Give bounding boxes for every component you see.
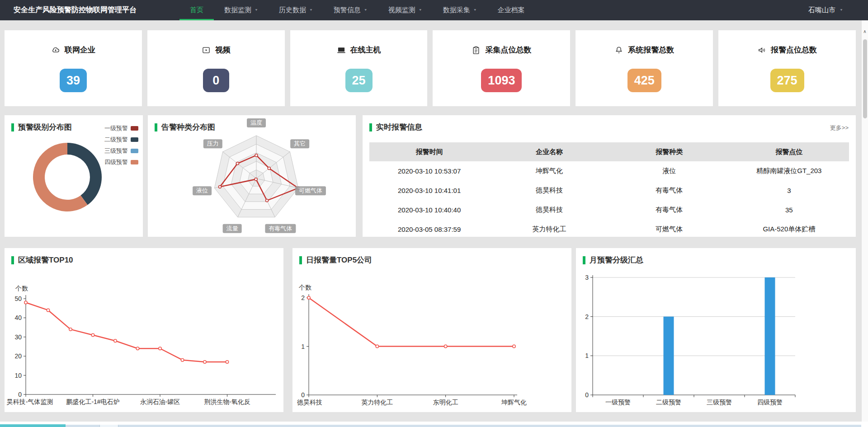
svg-text:液位: 液位 bbox=[196, 187, 208, 194]
panel-title: 告警种类分布图 bbox=[161, 122, 215, 132]
stat-value-badge: 425 bbox=[627, 69, 661, 92]
cloud-network-icon bbox=[51, 46, 60, 55]
title-accent-bar bbox=[11, 123, 14, 131]
stat-label: 报警点位总数 bbox=[771, 45, 817, 55]
table-cell: GIA-520单体贮槽 bbox=[729, 220, 849, 239]
nav-data-collection-label: 数据采集 bbox=[443, 6, 470, 14]
nav-history-data[interactable]: 历史数据 ▼ bbox=[269, 0, 323, 20]
nav-home[interactable]: 首页 bbox=[179, 0, 214, 20]
region-selector[interactable]: 石嘴山市 ▼ bbox=[808, 0, 843, 20]
radar-axis-label: 有毒气体 bbox=[265, 224, 296, 233]
panel-title: 月预警分级汇总 bbox=[590, 255, 643, 265]
speaker-icon bbox=[757, 46, 766, 55]
svg-text:永润石油-罐区: 永润石油-罐区 bbox=[140, 398, 180, 405]
horizontal-scrollbar-track[interactable] bbox=[0, 425, 861, 427]
legend-swatch bbox=[131, 160, 138, 164]
region-label: 石嘴山市 bbox=[808, 6, 835, 14]
realtime-alarm-table: 报警时间 企业名称 报警种类 报警点位 2020-03-10 10:53:07坤… bbox=[369, 142, 849, 239]
table-cell: 2020-03-10 10:53:07 bbox=[369, 161, 489, 181]
col-enterprise-name: 企业名称 bbox=[489, 142, 609, 161]
daily-top5-line-chart[interactable]: 个数012德昊科技英力特化工东明化工坤辉气化 bbox=[292, 262, 571, 412]
vertical-scrollbar-thumb[interactable] bbox=[863, 39, 867, 118]
svg-text:三级预警: 三级预警 bbox=[707, 399, 732, 406]
svg-text:1: 1 bbox=[301, 343, 305, 350]
vertical-scrollbar[interactable]: ∧ bbox=[861, 20, 868, 427]
stat-value-badge: 25 bbox=[345, 69, 373, 92]
table-row[interactable]: 2020-03-10 10:40:40德昊科技有毒气体35 bbox=[369, 200, 849, 220]
svg-text:50: 50 bbox=[14, 295, 22, 302]
nav-data-collection[interactable]: 数据采集 ▼ bbox=[433, 0, 487, 20]
nav-warning-info[interactable]: 预警信息 ▼ bbox=[323, 0, 378, 20]
title-accent-bar bbox=[583, 256, 585, 264]
legend-label: 二级预警 bbox=[104, 136, 128, 144]
main-menu: 首页 数据监测 ▼ 历史数据 ▼ 预警信息 ▼ 视频监测 ▼ 数据采集 ▼ bbox=[179, 0, 535, 20]
radar-axis-label: 其它 bbox=[290, 139, 309, 148]
legend-label: 三级预警 bbox=[104, 147, 128, 155]
svg-text:10: 10 bbox=[14, 372, 22, 379]
panel-realtime-alarms: 实时报警信息 更多>> 报警时间 企业名称 报警种类 报警点位 2020-03-… bbox=[363, 115, 856, 237]
stat-label: 系统报警总数 bbox=[628, 45, 674, 55]
stat-card-alarm-points: 报警点位总数 275 bbox=[718, 30, 856, 106]
monthly-level-bar-chart[interactable]: 0123一级预警二级预警三级预警四级预警 bbox=[576, 262, 856, 412]
svg-text:40: 40 bbox=[14, 314, 22, 321]
stat-card-connected-enterprises: 联网企业 39 bbox=[5, 30, 142, 106]
scroll-up-arrow-icon[interactable]: ∧ bbox=[862, 29, 868, 34]
radar-axis-label: 压力 bbox=[203, 139, 222, 148]
svg-text:2: 2 bbox=[585, 313, 589, 320]
more-link[interactable]: 更多>> bbox=[830, 124, 849, 132]
svg-text:坤辉气化: 坤辉气化 bbox=[501, 399, 527, 406]
svg-text:2: 2 bbox=[301, 294, 305, 301]
table-cell: 坤辉气化 bbox=[489, 161, 609, 181]
legend-item[interactable]: 一级预警 bbox=[104, 122, 138, 134]
stat-card-collection-points: 采集点位总数 1093 bbox=[433, 30, 570, 106]
chevron-down-icon: ▼ bbox=[309, 9, 313, 12]
legend-item[interactable]: 四级预警 bbox=[104, 156, 138, 168]
panel-region-top10: 区域报警TOP10 个数01020304050昊科技-气体监测鹏盛化工-1#电石… bbox=[5, 248, 283, 412]
pie-legend: 一级预警二级预警三级预警四级预警 bbox=[104, 122, 138, 168]
nav-warning-info-label: 预警信息 bbox=[334, 6, 361, 14]
title-accent-bar bbox=[11, 256, 14, 264]
stat-card-online-hosts: 在线主机 25 bbox=[290, 30, 428, 106]
panel-title: 实时报警信息 bbox=[376, 122, 422, 132]
panel-title: 日报警量TOP5公司 bbox=[306, 255, 372, 265]
svg-text:一级预警: 一级预警 bbox=[605, 399, 631, 406]
legend-label: 一级预警 bbox=[104, 124, 128, 132]
table-cell: 液位 bbox=[609, 161, 729, 181]
svg-text:个数: 个数 bbox=[298, 284, 311, 291]
nav-enterprise-archive[interactable]: 企业档案 bbox=[487, 0, 535, 20]
title-accent-bar bbox=[369, 123, 372, 131]
table-row[interactable]: 2020-03-10 10:53:07坤辉气化液位精醇南罐液位GT_203 bbox=[369, 161, 849, 181]
horizontal-scrollbar-thumb[interactable] bbox=[0, 424, 66, 427]
table-row[interactable]: 2020-03-05 08:37:59英力特化工可燃气体GIA-520单体贮槽 bbox=[369, 220, 849, 239]
svg-text:东明化工: 东明化工 bbox=[433, 399, 458, 406]
radar-axis-label: 可燃气体 bbox=[295, 186, 326, 195]
chevron-down-icon: ▼ bbox=[840, 9, 843, 12]
table-cell: 德昊科技 bbox=[489, 200, 609, 220]
stat-card-system-alarms: 系统报警总数 425 bbox=[576, 30, 713, 106]
region-top10-line-chart[interactable]: 个数01020304050昊科技-气体监测鹏盛化工-1#电石炉永润石油-罐区荆洪… bbox=[5, 262, 283, 412]
col-alarm-time: 报警时间 bbox=[369, 142, 489, 161]
chevron-down-icon: ▼ bbox=[364, 9, 368, 12]
stat-value-badge: 0 bbox=[203, 69, 229, 92]
title-accent-bar bbox=[155, 123, 157, 131]
svg-text:0: 0 bbox=[18, 391, 22, 398]
table-cell: 2020-03-10 10:40:40 bbox=[369, 200, 489, 220]
table-row[interactable]: 2020-03-10 10:41:01德昊科技有毒气体3 bbox=[369, 181, 849, 200]
chevron-down-icon: ▼ bbox=[473, 9, 477, 12]
stat-value-badge: 1093 bbox=[481, 69, 522, 92]
nav-video-monitoring-label: 视频监测 bbox=[388, 6, 415, 14]
table-cell: 2020-03-10 10:41:01 bbox=[369, 181, 489, 200]
panel-daily-top5: 日报警量TOP5公司 个数012德昊科技英力特化工东明化工坤辉气化 bbox=[292, 248, 571, 412]
nav-video-monitoring[interactable]: 视频监测 ▼ bbox=[378, 0, 433, 20]
radar-axis-label: 流量 bbox=[223, 224, 242, 233]
legend-item[interactable]: 二级预警 bbox=[104, 134, 138, 145]
clipboard-icon bbox=[472, 46, 481, 55]
nav-data-monitoring[interactable]: 数据监测 ▼ bbox=[214, 0, 269, 20]
panel-title: 区域报警TOP10 bbox=[18, 255, 73, 265]
stat-label: 在线主机 bbox=[350, 45, 381, 55]
horizontal-scrollbar-grip[interactable] bbox=[99, 425, 118, 427]
legend-item[interactable]: 三级预警 bbox=[104, 145, 138, 156]
table-cell: 德昊科技 bbox=[489, 181, 609, 200]
table-cell: 3 bbox=[729, 181, 849, 200]
alarm-type-radar-chart[interactable]: 温度其它可燃气体有毒气体流量液位压力 bbox=[148, 115, 356, 237]
